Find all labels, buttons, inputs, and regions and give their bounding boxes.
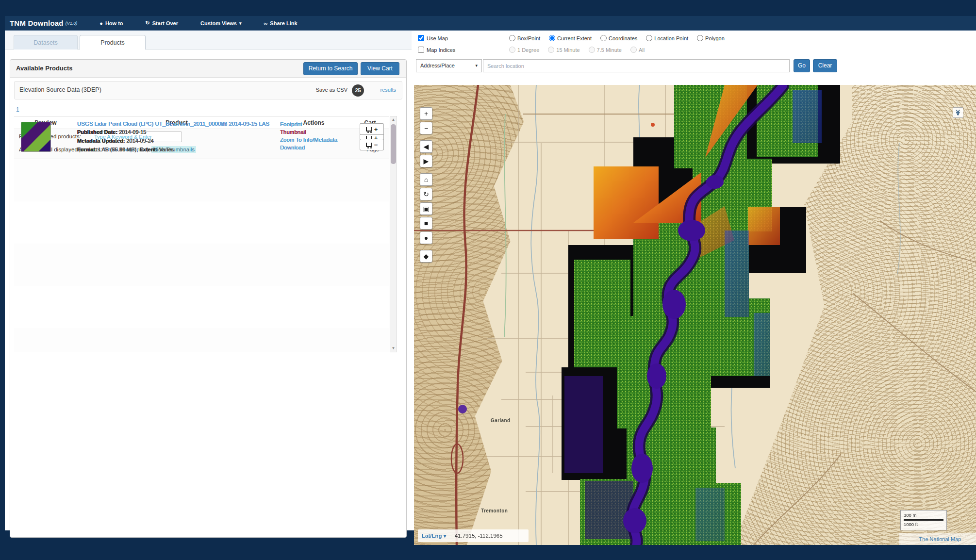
map-controls-bar: Use Map Box/Point Current Extent Coordin… [414,31,976,85]
option-all[interactable]: All [630,47,645,53]
chevron-down-icon: ▾ [444,533,447,539]
published-value: 2014-09-15 [119,129,146,135]
seven-five-minute-label: 7.5 Minute [597,47,622,53]
scale-bar: 300 m 1000 ft [900,510,947,530]
download-link[interactable]: Download [280,144,353,151]
thumbnail-link[interactable]: Thumbnail [280,128,353,136]
results-link[interactable]: results [380,87,396,93]
extent-value: Varies [159,147,174,152]
use-map-option[interactable]: Use Map [418,35,448,41]
nav-share-link[interactable]: ∞ Share Link [264,20,298,26]
product-row: USGS Lidar Point Cloud (LPC) UT_BearRive… [14,159,389,201]
product-title-link[interactable]: USGS Lidar Point Cloud (LPC) UT_BearRive… [77,120,271,127]
search-location-input[interactable] [483,59,790,72]
view-cart-button[interactable]: View Cart [361,62,399,75]
refresh-icon[interactable]: ↻ [420,188,432,200]
all-radio[interactable] [630,47,637,53]
address-place-select[interactable]: Address/Place ▾ [416,59,482,72]
format-value: LAS (75.40 MB), [99,147,138,152]
locate-icon[interactable]: ◆ [420,250,432,263]
left-tabs-bar: Datasets Products [5,31,412,49]
coordinates-radio[interactable] [600,35,607,41]
box-point-radio[interactable] [509,35,515,41]
option-location-point[interactable]: Location Point [646,35,688,41]
one-degree-radio[interactable] [509,47,515,53]
save-as-csv-link[interactable]: Save as CSV [316,87,347,93]
polygon-radio[interactable] [697,35,703,41]
tab-datasets[interactable]: Datasets [14,35,78,49]
point-select-icon[interactable]: ● [420,231,432,244]
seven-five-minute-radio[interactable] [589,47,595,53]
extent-radio-group: Box/Point Current Extent Coordinates Loc… [509,35,725,41]
tab-products[interactable]: Products [80,35,146,49]
map-viewport[interactable]: + − ◀ ▶ ⌂ ↻ ▣ ■ ● ◆ ≫ Garland Tremonton … [414,85,976,545]
map-indices-checkbox[interactable] [418,47,424,53]
option-1-degree[interactable]: 1 Degree [509,47,539,53]
add-to-cart-button[interactable]: + [360,123,384,135]
updated-line: Metadata Updated: 2014-09-24 [77,138,154,144]
latlng-toggle[interactable]: Lat/Lng ▾ [422,533,447,539]
latlng-label: Lat/Lng [422,533,442,539]
extent-options-row: Use Map Box/Point Current Extent Coordin… [414,35,976,41]
footprint-link[interactable]: Footprint [280,120,353,128]
dataset-section-header: Elevation Source Data (3DEP) Save as CSV… [14,81,402,99]
zoom-in-icon[interactable]: + [420,107,432,120]
nav-share-link-label: Share Link [270,20,297,26]
pagination-page-1[interactable]: 1 [16,106,19,113]
home-extent-icon[interactable]: ⌂ [420,173,432,186]
products-table: Preview Product Actions Cart Filter disp… [14,116,389,352]
full-extent-icon[interactable]: ■ [420,217,432,230]
products-scrollbar[interactable]: ▲ ▼ [390,116,397,352]
overview-map-toggle[interactable]: ≫ [953,107,963,118]
scroll-down-arrow[interactable]: ▼ [390,345,397,352]
indices-radio-group: 1 Degree 15 Minute 7.5 Minute All [509,47,645,53]
select-box-icon[interactable]: ▣ [420,202,432,215]
scrollbar-thumb[interactable] [391,124,396,164]
scroll-up-arrow[interactable]: ▲ [390,116,397,123]
option-coordinates[interactable]: Coordinates [600,35,637,41]
coordinates-label: Coordinates [609,35,637,41]
location-point-label: Location Point [654,35,688,41]
map-indices-option[interactable]: Map Indices [418,47,455,53]
product-row: USGS Lidar Point Cloud (LPC) UT_BearRive… [14,201,389,244]
location-point-radio[interactable] [646,35,652,41]
option-15-minute[interactable]: 15 Minute [548,47,579,53]
use-map-checkbox[interactable] [418,35,424,41]
clear-button[interactable]: Clear [813,59,837,72]
nav-custom-views[interactable]: Custom Views ▾ [200,20,242,26]
nav-how-to[interactable]: ● How to [99,20,123,26]
fifteen-minute-label: 15 Minute [556,47,579,53]
nav-start-over[interactable]: ↻ Start Over [146,20,178,26]
product-thumbnail[interactable] [21,122,51,152]
option-7-5-minute[interactable]: 7.5 Minute [589,47,622,53]
pan-left-icon[interactable]: ◀ [420,140,432,153]
fifteen-minute-radio[interactable] [548,47,554,53]
published-line: Published Date: 2014-09-15 [77,129,146,135]
option-box-point[interactable]: Box/Point [509,35,540,41]
chevron-down-icon: ▾ [475,60,478,72]
link-icon: ∞ [264,20,268,26]
use-map-label: Use Map [427,35,448,41]
section-title: Elevation Source Data (3DEP) [19,86,101,93]
return-to-search-button[interactable]: Return to Search [303,62,358,75]
map-attribution: The National Map [899,533,976,545]
pan-right-icon[interactable]: ▶ [420,155,432,167]
info-metadata-link[interactable]: Info/Metadata [303,137,337,143]
panel-title: Available Products [16,65,73,72]
zoom-out-icon[interactable]: − [420,122,432,134]
scale-metric: 300 m [904,511,943,520]
search-row: Address/Place ▾ Go Clear [414,59,976,74]
app-version: (V1.0) [66,21,78,26]
product-row: USGS Lidar Point Cloud (LPC) UT_BearRive… [14,286,389,328]
map-indices-label: Map Indices [427,47,455,53]
zoom-to-link[interactable]: Zoom To [280,137,302,143]
product-row: USGS Lidar Point Cloud (LPC) UT_BearRive… [14,244,389,286]
option-polygon[interactable]: Polygon [697,35,725,41]
option-current-extent[interactable]: Current Extent [549,35,592,41]
actions-cell: Footprint Thumbnail [280,120,353,136]
chevron-down-icon: ▾ [239,21,242,26]
current-extent-label: Current Extent [557,35,592,41]
go-button[interactable]: Go [794,59,810,72]
current-extent-radio[interactable] [549,35,555,41]
updated-value: 2014-09-24 [126,138,153,144]
